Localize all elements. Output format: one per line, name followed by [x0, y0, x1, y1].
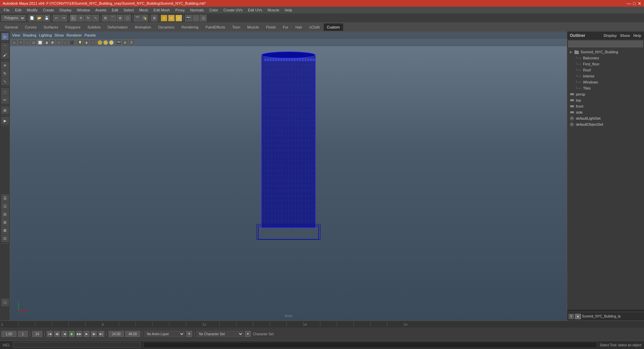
menu-window[interactable]: Window [74, 7, 92, 13]
snap-grid-btn[interactable]: ⊞ [102, 15, 109, 21]
soft-mod-btn[interactable]: ◌ [1, 88, 9, 96]
char-set-selector[interactable]: No Character Set [197, 331, 244, 337]
anim-layer-selector[interactable]: No Anim Layer [145, 331, 185, 337]
move-tool-btn[interactable]: ✛ [77, 15, 84, 21]
vp-menu-renderer[interactable]: Renderer [66, 33, 82, 37]
tab-surfaces[interactable]: Surfaces [40, 23, 61, 31]
tab-toon[interactable]: Toon [229, 23, 244, 31]
snap-surface-btn[interactable]: ⬡ [124, 15, 131, 21]
outliner-item-front[interactable]: front [567, 103, 644, 109]
prev-key-btn[interactable]: ◀| [54, 331, 60, 337]
menu-edit-uvs[interactable]: Edit UVs [246, 7, 265, 13]
layer-color-swatch[interactable]: ■ [575, 314, 581, 319]
tab-general[interactable]: General [1, 23, 21, 31]
tab-deformation[interactable]: Deformation [104, 23, 131, 31]
vp-cam-btn[interactable]: 📷 [116, 40, 122, 46]
outliner-item-interior[interactable]: └─○ Interior [567, 73, 644, 79]
tab-fluids[interactable]: Fluids [263, 23, 279, 31]
vp-color3-btn[interactable] [109, 40, 114, 45]
paint-select-btn[interactable]: 🖌 [1, 51, 9, 59]
outliner-help-menu[interactable]: Help [633, 34, 641, 38]
vp-menu-lighting[interactable]: Lighting [39, 33, 52, 37]
outliner-show-menu[interactable]: Show [620, 34, 630, 38]
scale-tool-btn[interactable]: ⤡ [92, 15, 99, 21]
sculpt-btn[interactable]: ✏ [1, 96, 9, 104]
tab-curves[interactable]: Curves [21, 23, 40, 31]
char-set-btn[interactable]: ▼ [245, 331, 251, 337]
color-btn-3[interactable]: ● [175, 15, 182, 21]
menu-edit-mesh[interactable]: Edit [109, 7, 120, 13]
mode-selector[interactable]: Polygons [1, 15, 25, 21]
rotate-tool-btn[interactable]: ↻ [85, 15, 92, 21]
menu-display[interactable]: Display [57, 7, 74, 13]
select-mode-btn[interactable]: ▷ [1, 33, 9, 40]
outliner-item-summit[interactable]: ▶ Summit_NYC_Building [567, 49, 644, 55]
vp-wireframe-btn[interactable]: ⬜ [37, 40, 43, 46]
tab-painteffects[interactable]: PaintEffects [202, 23, 229, 31]
layer-btn[interactable]: ☰ [1, 194, 9, 202]
tab-ncloth[interactable]: nCloth [306, 23, 323, 31]
menu-modify[interactable]: Modify [24, 7, 40, 13]
menu-edit-mesh2[interactable]: Edit Mesh [151, 7, 172, 13]
outliner-item-tiles[interactable]: └─○ Tiles [567, 85, 644, 91]
outliner-item-windows[interactable]: └─○ Windows [567, 79, 644, 85]
frame-all-btn[interactable]: ⬚ [193, 15, 199, 21]
title-bar-controls[interactable]: — □ ✕ [627, 1, 641, 6]
outliner-search[interactable] [568, 41, 643, 47]
save-file-btn[interactable]: 💾 [43, 15, 50, 21]
vp-hud-btn[interactable]: ☰ [128, 40, 135, 46]
mel-input[interactable] [13, 342, 141, 348]
tab-polygons[interactable]: Polygons [62, 23, 84, 31]
anim-range-end-input[interactable]: 48.00 [125, 331, 140, 337]
minimize-btn[interactable]: — [627, 1, 631, 6]
select-tool-btn[interactable]: ▷ [70, 15, 77, 21]
scale-tool-side-btn[interactable]: ⤡ [1, 78, 9, 85]
anim-layer-btn[interactable]: ▼ [186, 331, 192, 337]
start-frame-input[interactable]: 1.00 [1, 331, 16, 337]
vp-ambient-btn[interactable]: ○ [90, 40, 96, 46]
vp-lighting-btn[interactable]: 💡 [77, 40, 83, 46]
vp-menu-view[interactable]: View [12, 33, 20, 37]
outliner-hscroll[interactable] [567, 309, 644, 312]
render-current-btn[interactable]: 🎬 [134, 15, 141, 21]
next-key-btn[interactable]: |▶ [91, 331, 97, 337]
menu-assets[interactable]: Assets [93, 7, 109, 13]
outliner-display-menu[interactable]: Display [604, 34, 617, 38]
snap-point-btn[interactable]: ⊕ [117, 15, 123, 21]
outliner-item-defaultobjectset[interactable]: defaultObjectSet [567, 121, 644, 127]
new-file-btn[interactable]: 📄 [29, 15, 35, 21]
vp-menu-panels[interactable]: Panels [85, 33, 96, 37]
vp-grid-btn[interactable]: ⊞ [122, 40, 128, 46]
outliner-item-defaultlightset[interactable]: defaultLightSet [567, 115, 644, 121]
range-end-input[interactable]: 24 [32, 331, 42, 337]
vp-smooth-btn[interactable]: ◨ [43, 40, 49, 46]
outliner-item-balconies[interactable]: └─○ Balconies [567, 55, 644, 61]
menu-color[interactable]: Color [207, 7, 220, 13]
menu-edit[interactable]: Edit [13, 7, 24, 13]
redo-btn[interactable]: ↪ [60, 15, 67, 21]
undo-btn[interactable]: ↩ [53, 15, 60, 21]
tab-dynamics[interactable]: Dynamics [155, 23, 178, 31]
misc-btn[interactable]: ⬡ [1, 299, 9, 306]
move-tool-side-btn[interactable]: ✛ [1, 62, 9, 69]
show-manipulator-btn[interactable]: ⊞ [151, 15, 158, 21]
tab-custom[interactable]: Custom [324, 23, 343, 31]
play-btn[interactable]: ▶ [69, 331, 75, 337]
vp-texture-btn[interactable]: ⬛ [69, 40, 75, 46]
outliner-item-top[interactable]: top [567, 97, 644, 103]
outliner-item-roof[interactable]: └─○ Roof [567, 67, 644, 73]
menu-file[interactable]: File [1, 7, 12, 13]
goto-end-btn[interactable]: ▶| [98, 331, 104, 337]
close-btn[interactable]: ✕ [638, 1, 641, 6]
layer6-btn[interactable]: ⊡ [1, 235, 9, 242]
current-frame-input[interactable]: 1 [18, 331, 28, 337]
vp-xray-btn[interactable]: ◌ [62, 40, 68, 46]
ipr-render-btn[interactable]: 🎭 [141, 15, 148, 21]
frame-sel-btn[interactable]: ◫ [200, 15, 207, 21]
vp-menu-shading[interactable]: Shading [23, 33, 36, 37]
vp-frame-sel-btn[interactable]: ◫ [31, 40, 37, 46]
tab-animation[interactable]: Animation [131, 23, 155, 31]
vp-select-btn[interactable]: ▷ [11, 40, 17, 46]
vp-color1-btn[interactable] [98, 40, 102, 45]
open-file-btn[interactable]: 📂 [36, 15, 43, 21]
